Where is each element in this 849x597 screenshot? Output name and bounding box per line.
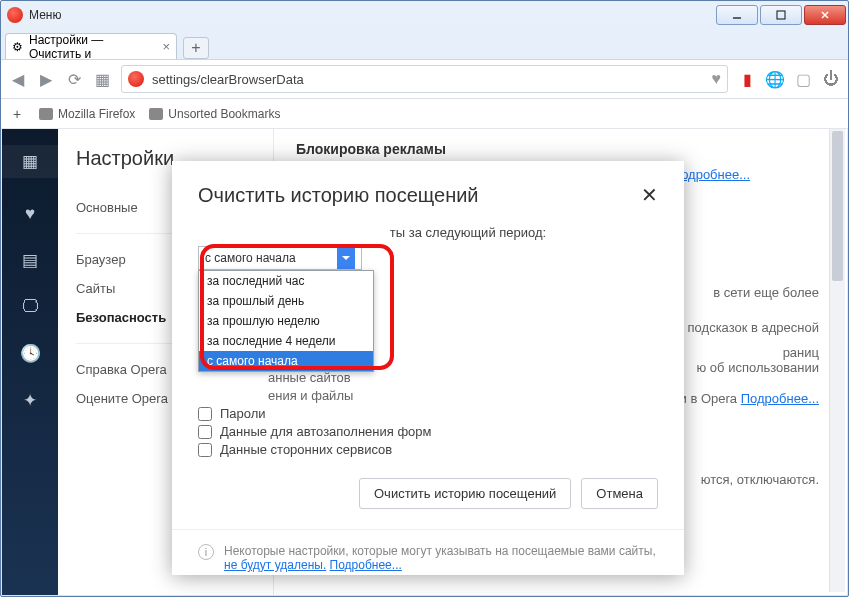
- period-option[interactable]: за последний час: [199, 271, 373, 291]
- footer-link[interactable]: Подробнее...: [330, 558, 402, 572]
- check-frag: анные сайтов: [268, 370, 351, 385]
- forward-button[interactable]: ▶: [37, 70, 55, 88]
- rail-speed-dial-icon[interactable]: ▦: [2, 145, 58, 178]
- ck-label: Данные сторонних сервисов: [220, 442, 392, 457]
- address-bar[interactable]: ♥: [121, 65, 728, 93]
- opera-logo-icon: [7, 7, 23, 23]
- folder-icon: [149, 108, 163, 120]
- tab-title: Настройки — Очистить и: [29, 33, 156, 61]
- left-rail: ▦ ♥ ▤ 🖵 🕓 ✦: [2, 129, 58, 595]
- period-label: ты за следующий период:: [198, 225, 658, 240]
- ck-thirdparty[interactable]: [198, 443, 212, 457]
- url-input[interactable]: [152, 72, 704, 87]
- new-tab-button[interactable]: +: [183, 37, 209, 59]
- dialog-buttons: Очистить историю посещений Отмена: [172, 464, 684, 523]
- speed-dial-button[interactable]: ▦: [93, 70, 111, 88]
- globe-icon[interactable]: 🌐: [766, 70, 784, 88]
- bookmark-folder[interactable]: Unsorted Bookmarks: [149, 107, 280, 121]
- period-option[interactable]: за последние 4 недели: [199, 331, 373, 351]
- more-link[interactable]: Подробнее...: [741, 391, 819, 406]
- vertical-scrollbar[interactable]: [829, 129, 845, 592]
- dialog-body: ты за следующий период: с самого начала …: [172, 213, 684, 464]
- period-dropdown: за последний час за прошлый день за прош…: [198, 270, 374, 372]
- rail-extensions-icon[interactable]: ✦: [23, 390, 37, 411]
- rail-desktop-icon[interactable]: 🖵: [22, 297, 39, 317]
- window-minimize-button[interactable]: [716, 5, 758, 25]
- ck-label: Данные для автозаполнения форм: [220, 424, 432, 439]
- info-icon: i: [198, 544, 214, 560]
- tab-close-button[interactable]: ×: [162, 39, 170, 54]
- rail-history-icon[interactable]: 🕓: [20, 343, 41, 364]
- opera-url-icon: [128, 71, 144, 87]
- period-select-value: с самого начала: [205, 251, 296, 265]
- period-option-selected[interactable]: с самого начала: [199, 351, 373, 371]
- ck-passwords[interactable]: [198, 407, 212, 421]
- window-close-button[interactable]: [804, 5, 846, 25]
- svg-rect-1: [777, 11, 785, 19]
- gear-icon: ⚙: [12, 40, 23, 54]
- power-icon[interactable]: ⏻: [822, 70, 840, 88]
- footer-link[interactable]: не будут удалены.: [224, 558, 326, 572]
- bookmark-label: Unsorted Bookmarks: [168, 107, 280, 121]
- dialog-footer: i Некоторые настройки, которые могут ука…: [172, 529, 684, 586]
- bookmarks-bar: + Mozilla Firefox Unsorted Bookmarks: [1, 99, 848, 129]
- footer-text: Некоторые настройки, которые могут указы…: [224, 544, 656, 572]
- window-controls: [716, 5, 848, 25]
- period-select[interactable]: с самого начала: [198, 246, 362, 270]
- bookmark-label: Mozilla Firefox: [58, 107, 135, 121]
- dialog-checkboxes: анные сайтов ения и файлы Пароли Данные …: [198, 370, 658, 457]
- toolbar: ◀ ▶ ⟳ ▦ ♥ ▮ 🌐 ▢ ⏻: [1, 59, 848, 99]
- cancel-button[interactable]: Отмена: [581, 478, 658, 509]
- bookmark-folder[interactable]: Mozilla Firefox: [39, 107, 135, 121]
- menu-button[interactable]: Меню: [29, 8, 61, 22]
- period-option[interactable]: за прошлую неделю: [199, 311, 373, 331]
- folder-icon: [39, 108, 53, 120]
- tab-strip: ⚙ Настройки — Очистить и × +: [1, 29, 848, 59]
- window-maximize-button[interactable]: [760, 5, 802, 25]
- browser-tab[interactable]: ⚙ Настройки — Очистить и ×: [5, 33, 177, 59]
- period-option[interactable]: за прошлый день: [199, 291, 373, 311]
- rail-news-icon[interactable]: ▤: [22, 250, 38, 271]
- adblock-icon[interactable]: ▮: [738, 70, 756, 88]
- window-titlebar: Меню: [1, 1, 848, 29]
- toolbar-right-icons: ▮ 🌐 ▢ ⏻: [738, 70, 840, 88]
- reload-button[interactable]: ⟳: [65, 70, 83, 88]
- clear-data-dialog: Очистить историю посещений ✕ ты за следу…: [172, 161, 684, 575]
- add-bookmark-button[interactable]: +: [9, 106, 25, 122]
- ck-label: Пароли: [220, 406, 266, 421]
- bookmark-heart-icon[interactable]: ♥: [712, 70, 722, 88]
- scrollbar-thumb[interactable]: [832, 131, 843, 281]
- period-select-wrap: с самого начала за последний час за прош…: [198, 246, 362, 270]
- clear-button[interactable]: Очистить историю посещений: [359, 478, 571, 509]
- ck-autofill[interactable]: [198, 425, 212, 439]
- rail-heart-icon[interactable]: ♥: [25, 204, 35, 224]
- section-adblock-title: Блокировка рекламы: [296, 141, 825, 157]
- back-button[interactable]: ◀: [9, 70, 27, 88]
- check-frag: ения и файлы: [268, 388, 353, 403]
- dialog-title: Очистить историю посещений: [198, 184, 479, 207]
- dialog-header: Очистить историю посещений ✕: [172, 161, 684, 213]
- chevron-down-icon: [337, 247, 355, 269]
- shield-icon[interactable]: ▢: [794, 70, 812, 88]
- dialog-close-button[interactable]: ✕: [641, 183, 658, 207]
